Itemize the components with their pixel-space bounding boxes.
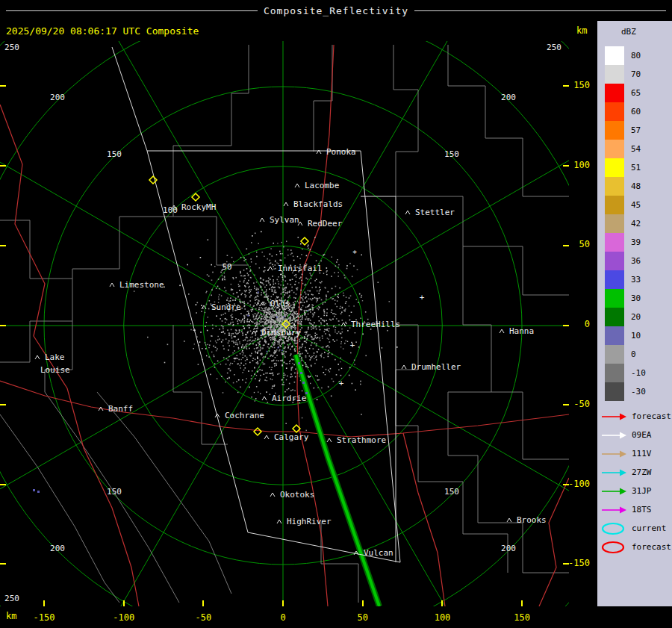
clutter-echo — [188, 293, 190, 295]
clutter-echo — [290, 390, 292, 391]
clutter-echo — [307, 306, 308, 308]
clutter-echo — [289, 291, 290, 293]
legend-arrow-icon — [600, 447, 629, 461]
clutter-echo — [193, 348, 194, 349]
clutter-echo — [305, 332, 306, 333]
city-label: Okotoks — [280, 490, 314, 500]
clutter-echo — [308, 320, 309, 321]
clutter-echo — [259, 380, 261, 382]
clutter-echo — [338, 320, 339, 321]
clutter-echo — [272, 388, 273, 389]
clutter-echo — [314, 237, 316, 238]
clutter-echo — [285, 323, 287, 325]
clutter-echo — [334, 313, 335, 314]
clutter-echo — [227, 298, 228, 299]
clutter-echo — [304, 310, 305, 311]
clutter-echo — [251, 277, 252, 278]
clutter-echo — [217, 349, 217, 349]
clutter-echo — [349, 263, 351, 264]
colorbar-row: 80 — [605, 46, 646, 65]
city-label: ThreeHills — [351, 320, 400, 329]
clutter-echo — [242, 372, 243, 373]
clutter-echo — [335, 329, 336, 331]
clutter-echo — [308, 290, 309, 292]
colorbar-value-label: 20 — [631, 308, 641, 326]
clutter-echo — [306, 317, 308, 318]
clutter-echo — [251, 309, 252, 311]
clutter-echo — [244, 308, 246, 310]
clutter-echo — [233, 341, 234, 341]
clutter-echo — [326, 369, 327, 370]
clutter-echo — [332, 313, 334, 314]
colorbar-value-label: 45 — [631, 196, 641, 214]
clutter-echo — [232, 363, 233, 364]
clutter-echo — [291, 367, 293, 369]
clutter-echo — [320, 322, 322, 323]
clutter-echo — [314, 323, 315, 324]
colorbar-row: 33 — [605, 270, 646, 289]
clutter-echo — [224, 333, 225, 335]
clutter-echo — [338, 267, 339, 267]
clutter-echo — [264, 292, 266, 293]
clutter-echo — [293, 256, 293, 257]
legend-item: current — [600, 519, 671, 538]
clutter-echo — [235, 358, 237, 359]
clutter-echo — [288, 314, 290, 316]
clutter-echo — [282, 317, 284, 319]
clutter-echo — [279, 283, 280, 285]
clutter-echo — [250, 291, 252, 293]
bottom-axis-tick-label: -50 — [187, 612, 220, 623]
clutter-echo — [312, 309, 314, 311]
clutter-echo — [284, 276, 286, 278]
clutter-echo — [257, 314, 258, 315]
clutter-echo — [281, 361, 283, 362]
clutter-echo — [258, 323, 260, 325]
clutter-echo — [281, 293, 282, 295]
clutter-echo — [252, 360, 254, 361]
clutter-echo — [253, 358, 255, 359]
clutter-echo — [276, 314, 277, 315]
clutter-echo — [337, 333, 337, 334]
clutter-echo — [231, 333, 232, 335]
clutter-echo — [319, 297, 320, 299]
clutter-echo — [217, 379, 217, 379]
clutter-echo — [227, 373, 228, 374]
clutter-echo — [245, 286, 246, 287]
clutter-echo — [264, 270, 266, 271]
clutter-echo — [206, 322, 207, 323]
clutter-echo — [328, 370, 329, 371]
legend-ellipse-icon — [600, 541, 629, 554]
clutter-echo — [269, 367, 270, 368]
clutter-echo — [332, 288, 333, 290]
clutter-echo — [272, 286, 273, 287]
clutter-echo — [278, 343, 279, 345]
clutter-echo — [223, 314, 223, 315]
clutter-echo — [278, 276, 279, 278]
clutter-echo — [293, 306, 295, 308]
clutter-echo — [320, 337, 321, 338]
clutter-echo — [273, 243, 274, 244]
clutter-echo — [272, 373, 273, 374]
clutter-echo — [292, 320, 293, 321]
range-label: 200 — [501, 93, 516, 102]
clutter-echo — [346, 268, 348, 270]
clutter-echo — [306, 351, 307, 352]
clutter-echo — [289, 363, 290, 364]
clutter-echo — [242, 293, 243, 294]
clutter-echo — [240, 367, 241, 368]
clutter-echo — [255, 352, 257, 354]
clutter-echo — [244, 339, 246, 341]
clutter-echo — [256, 299, 258, 300]
clutter-echo — [273, 386, 274, 387]
clutter-echo — [302, 317, 303, 318]
clutter-echo — [223, 278, 224, 279]
clutter-echo — [300, 301, 302, 302]
clutter-echo — [205, 312, 205, 313]
clutter-echo — [255, 326, 257, 327]
clutter-echo — [271, 369, 273, 370]
clutter-echo — [219, 294, 220, 296]
clutter-echo — [306, 342, 308, 343]
clutter-echo — [273, 287, 275, 289]
clutter-echo — [238, 319, 240, 320]
clutter-echo — [228, 360, 229, 361]
